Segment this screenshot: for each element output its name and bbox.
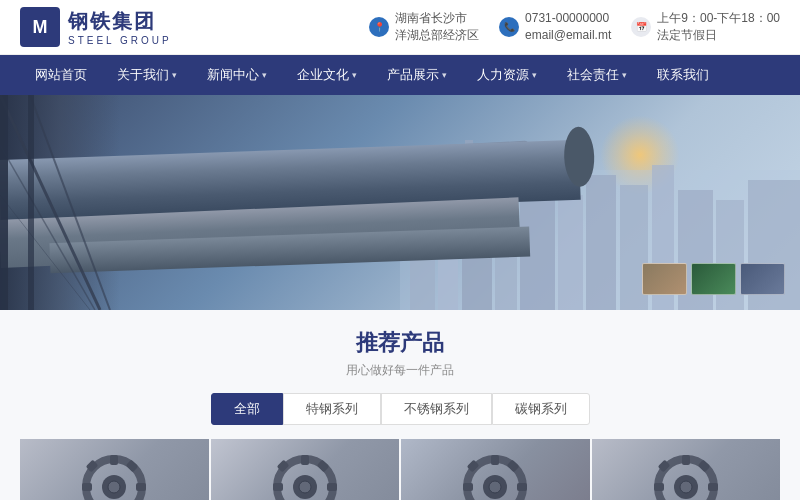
svg-rect-56 — [463, 483, 473, 491]
section-subtitle: 用心做好每一件产品 — [20, 362, 780, 379]
logo-text-area: 钢铁集团 STEEL GROUP — [68, 8, 172, 46]
svg-point-42 — [299, 481, 311, 493]
calendar-icon: 📅 — [631, 17, 651, 37]
hero-banner — [0, 95, 800, 310]
thumbnail-2[interactable] — [691, 263, 736, 295]
nav-arrow: ▾ — [352, 70, 357, 80]
nav-item-hr[interactable]: 人力资源 ▾ — [462, 55, 552, 95]
nav-item-news[interactable]: 新闻中心 ▾ — [192, 55, 282, 95]
svg-rect-28 — [28, 95, 34, 310]
gear-svg-1 — [79, 452, 149, 501]
logo-main-text: 钢铁集团 — [68, 8, 172, 35]
nav-arrow: ▾ — [262, 70, 267, 80]
nav-arrow: ▾ — [442, 70, 447, 80]
products-section: 推荐产品 用心做好每一件产品 全部 特钢系列 不锈钢系列 碳钢系列 — [0, 310, 800, 500]
filter-tab-stainless[interactable]: 不锈钢系列 — [381, 393, 492, 425]
gear-visual-2 — [211, 439, 400, 500]
thumbnail-3[interactable] — [740, 263, 785, 295]
nav-item-home[interactable]: 网站首页 — [20, 55, 102, 95]
svg-point-31 — [108, 481, 120, 493]
nav-arrow: ▾ — [622, 70, 627, 80]
hours-lines: 上午9：00-下午18：00 法定节假日 — [657, 10, 780, 44]
gear-visual-3 — [401, 439, 590, 500]
svg-rect-34 — [82, 483, 92, 491]
gear-visual-1 — [20, 439, 209, 500]
location-lines: 湖南省长沙市 洋湖总部经济区 — [395, 10, 479, 44]
svg-rect-27 — [0, 95, 8, 310]
svg-rect-35 — [136, 483, 146, 491]
phone-lines: 0731-00000000 email@email.mt — [525, 10, 611, 44]
svg-rect-68 — [708, 483, 718, 491]
nav-arrow: ▾ — [172, 70, 177, 80]
contact-location: 📍 湖南省长沙市 洋湖总部经济区 — [369, 10, 479, 44]
gear-svg-2 — [270, 452, 340, 501]
svg-point-64 — [680, 481, 692, 493]
phone-icon: 📞 — [499, 17, 519, 37]
svg-rect-46 — [327, 483, 337, 491]
svg-rect-45 — [273, 483, 283, 491]
contact-info: 📍 湖南省长沙市 洋湖总部经济区 📞 0731-00000000 email@e… — [369, 10, 780, 44]
svg-rect-43 — [301, 455, 309, 465]
svg-point-53 — [489, 481, 501, 493]
svg-rect-67 — [654, 483, 664, 491]
thumbnail-strip[interactable] — [642, 263, 785, 295]
filter-tab-carbon[interactable]: 碳钢系列 — [492, 393, 590, 425]
product-card-3[interactable] — [401, 439, 592, 500]
location-icon: 📍 — [369, 17, 389, 37]
top-bar: M 钢铁集团 STEEL GROUP 📍 湖南省长沙市 洋湖总部经济区 📞 07… — [0, 0, 800, 55]
logo-icon: M — [20, 7, 60, 47]
nav-item-about[interactable]: 关于我们 ▾ — [102, 55, 192, 95]
product-grid — [20, 439, 780, 500]
svg-rect-54 — [491, 455, 499, 465]
logo-sub-text: STEEL GROUP — [68, 35, 172, 46]
contact-phone: 📞 0731-00000000 email@email.mt — [499, 10, 611, 44]
nav-item-culture[interactable]: 企业文化 ▾ — [282, 55, 372, 95]
filter-tab-all[interactable]: 全部 — [211, 393, 283, 425]
contact-hours: 📅 上午9：00-下午18：00 法定节假日 — [631, 10, 780, 44]
nav-item-csr[interactable]: 社会责任 ▾ — [552, 55, 642, 95]
main-nav: 网站首页 关于我们 ▾ 新闻中心 ▾ 企业文化 ▾ 产品展示 ▾ 人力资源 ▾ … — [0, 55, 800, 95]
nav-arrow: ▾ — [532, 70, 537, 80]
svg-rect-65 — [682, 455, 690, 465]
product-card-4[interactable] — [592, 439, 781, 500]
gear-visual-4 — [592, 439, 781, 500]
gear-svg-3 — [460, 452, 530, 501]
nav-item-products[interactable]: 产品展示 ▾ — [372, 55, 462, 95]
svg-rect-57 — [517, 483, 527, 491]
product-card-2[interactable] — [211, 439, 402, 500]
gear-svg-4 — [651, 452, 721, 501]
product-card-1[interactable] — [20, 439, 211, 500]
thumbnail-1[interactable] — [642, 263, 687, 295]
filter-tab-special[interactable]: 特钢系列 — [283, 393, 381, 425]
logo-area[interactable]: M 钢铁集团 STEEL GROUP — [20, 7, 172, 47]
nav-item-contact[interactable]: 联系我们 — [642, 55, 724, 95]
filter-tabs: 全部 特钢系列 不锈钢系列 碳钢系列 — [20, 393, 780, 425]
svg-rect-32 — [110, 455, 118, 465]
section-title: 推荐产品 — [20, 328, 780, 358]
